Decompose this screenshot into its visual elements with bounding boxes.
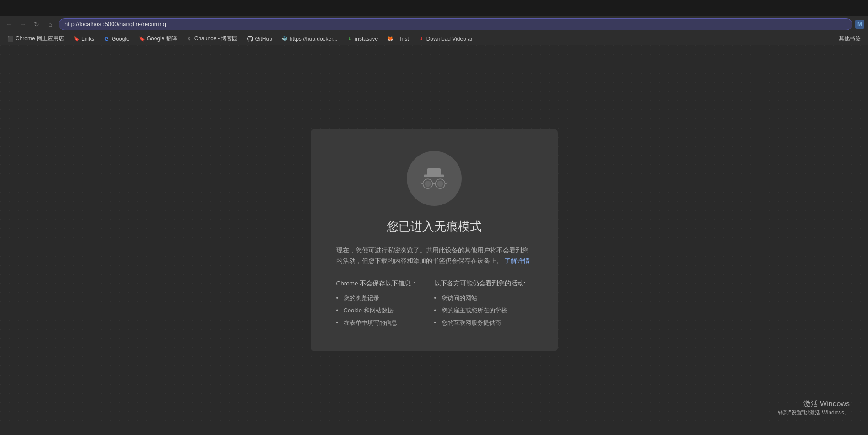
bookmark-google-translate-label: Google 翻译: [147, 35, 177, 43]
list-item: 您的雇主或您所在的学校: [434, 305, 532, 317]
lists-container: Chrome 不会保存以下信息： 您的浏览记录 Cookie 和网站数据 在表单…: [336, 279, 532, 329]
bookmark-google-translate[interactable]: 🔖 Google 翻译: [135, 34, 181, 43]
bookmark-docker-label: https://hub.docker...: [290, 36, 338, 42]
nav-bar: ← → ↻ ⌂ M: [0, 16, 868, 32]
github-icon: [247, 36, 253, 42]
forward-button[interactable]: →: [17, 19, 28, 30]
incognito-card: 您已进入无痕模式 现在，您便可进行私密浏览了。共用此设备的其他用户将不会看到您的…: [311, 129, 558, 351]
home-button[interactable]: ⌂: [45, 19, 56, 30]
bookmark-google[interactable]: G Google: [100, 35, 133, 43]
links-icon: 🔖: [73, 36, 80, 42]
back-button[interactable]: ←: [4, 19, 15, 30]
windows-activation-subtitle: 转到"设置"以激活 Windows。: [778, 409, 850, 417]
google-translate-icon: 🔖: [139, 36, 145, 42]
activity-visible-header: 以下各方可能仍会看到您的活动:: [434, 279, 532, 288]
bookmark-chrome-apps-label: Chrome 网上应用店: [16, 35, 64, 43]
incognito-icon: [417, 161, 451, 196]
bookmark-links-label: Links: [81, 36, 94, 42]
list-item: 您的浏览记录: [336, 292, 434, 305]
activity-visible-list: 您访问的网站 您的雇主或您所在的学校 您的互联网服务提供商: [434, 292, 532, 329]
incognito-icon-wrapper: [407, 151, 462, 206]
chrome-wont-save-header: Chrome 不会保存以下信息：: [336, 279, 434, 288]
instasave-icon: ⬇: [347, 36, 353, 42]
bookmark-instasave-label: instasave: [355, 36, 378, 42]
list-item: 您访问的网站: [434, 292, 532, 305]
bookmarks-bar: ⬛ Chrome 网上应用店 🔖 Links G Google 🔖 Google…: [0, 32, 868, 45]
other-bookmarks[interactable]: 其他书签: [835, 34, 864, 43]
list-item: 在表单中填写的信息: [336, 317, 434, 329]
download-video-icon: ⬇: [418, 36, 425, 42]
chrome-wont-save-list: 您的浏览记录 Cookie 和网站数据 在表单中填写的信息: [336, 292, 434, 329]
extension-icon[interactable]: M: [855, 20, 864, 29]
learn-more-link[interactable]: 了解详情: [504, 258, 530, 264]
address-bar[interactable]: [65, 21, 846, 27]
windows-activation-title: 激活 Windows: [778, 399, 850, 409]
bookmark-links[interactable]: 🔖 Links: [70, 35, 98, 43]
tab-bar: [0, 0, 868, 16]
bookmark-docker-hub[interactable]: 🐳 https://hub.docker...: [278, 35, 341, 43]
bookmark-chaunce-label: Chaunce - 博客园: [194, 35, 238, 43]
reload-button[interactable]: ↻: [31, 19, 42, 30]
svg-line-5: [421, 183, 423, 183]
chrome-apps-icon: ⬛: [7, 36, 14, 42]
bookmark-inst-label: – Inst: [395, 36, 409, 42]
google-icon: G: [103, 36, 110, 42]
list-item: 您的互联网服务提供商: [434, 317, 532, 329]
bookmark-chaunce[interactable]: 🎙 Chaunce - 博客园: [183, 34, 242, 43]
windows-activation: 激活 Windows 转到"设置"以激活 Windows。: [778, 399, 850, 417]
bookmark-download-video-label: Download Video ar: [426, 36, 473, 42]
chrome-wont-save-column: Chrome 不会保存以下信息： 您的浏览记录 Cookie 和网站数据 在表单…: [336, 279, 434, 329]
activity-visible-column: 以下各方可能仍会看到您的活动: 您访问的网站 您的雇主或您所在的学校 您的互联网…: [434, 279, 532, 329]
incognito-title: 您已进入无痕模式: [387, 219, 482, 235]
chaunce-icon: 🎙: [186, 36, 193, 42]
svg-point-8: [437, 181, 443, 187]
list-item: Cookie 和网站数据: [336, 305, 434, 317]
bookmark-github[interactable]: GitHub: [243, 35, 275, 43]
bookmark-inst[interactable]: 🦊 – Inst: [383, 35, 412, 43]
bookmark-chrome-apps[interactable]: ⬛ Chrome 网上应用店: [4, 34, 68, 43]
docker-icon: 🐳: [281, 36, 288, 42]
bookmark-google-label: Google: [112, 36, 129, 42]
svg-point-7: [425, 181, 431, 187]
content-area: 您已进入无痕模式 现在，您便可进行私密浏览了。共用此设备的其他用户将不会看到您的…: [0, 45, 868, 435]
svg-rect-1: [427, 168, 441, 176]
browser-chrome: ← → ↻ ⌂ M ⬛ Chrome 网上应用店 🔖 Links G Googl…: [0, 0, 868, 45]
bookmark-github-label: GitHub: [255, 36, 272, 42]
incognito-description: 现在，您便可进行私密浏览了。共用此设备的其他用户将不会看到您的活动，但您下载的内…: [336, 246, 532, 267]
bookmark-instasave[interactable]: ⬇ instasave: [343, 35, 382, 43]
firefox-icon: 🦊: [387, 36, 394, 42]
address-bar-container[interactable]: [59, 18, 852, 30]
bookmark-download-video[interactable]: ⬇ Download Video ar: [415, 35, 476, 43]
svg-line-6: [445, 183, 448, 183]
